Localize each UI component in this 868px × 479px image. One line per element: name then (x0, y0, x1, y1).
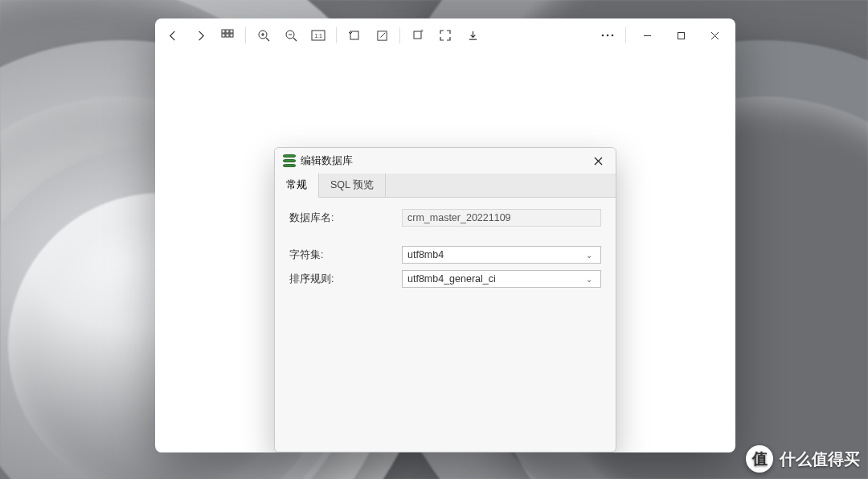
rotate-button[interactable] (342, 23, 367, 48)
viewer-toolbar: 1:1 + (155, 18, 735, 52)
watermark: 值 什么值得买 (746, 445, 860, 473)
download-button[interactable] (460, 23, 485, 48)
svg-rect-3 (222, 34, 225, 37)
db-name-input[interactable] (402, 209, 601, 227)
edit-button[interactable] (369, 23, 395, 48)
svg-rect-17 (678, 32, 684, 39)
collation-combo[interactable]: utf8mb4_general_ci ⌄ (402, 270, 601, 288)
database-icon (283, 154, 296, 167)
dialog-body: 数据库名: 字符集: utf8mb4 ⌄ 排序规则: utf8mb4_gener… (275, 198, 616, 305)
dialog-close-button[interactable] (587, 151, 609, 170)
charset-label: 字符集: (289, 248, 394, 262)
separator (336, 27, 337, 43)
actual-size-button[interactable]: 1:1 (305, 23, 331, 48)
back-button[interactable] (160, 23, 186, 48)
svg-rect-0 (222, 30, 225, 33)
separator (625, 27, 626, 43)
maximize-button[interactable] (665, 23, 697, 48)
zoom-in-button[interactable] (251, 23, 276, 48)
svg-rect-5 (230, 34, 233, 37)
watermark-text: 什么值得买 (780, 448, 860, 470)
tab-sql-preview[interactable]: SQL 预览 (319, 174, 386, 197)
crop-button[interactable]: + (405, 23, 431, 48)
close-button[interactable] (698, 23, 731, 48)
separator (399, 27, 400, 43)
dialog-title: 编辑数据库 (301, 154, 587, 168)
zoom-out-button[interactable] (278, 23, 304, 48)
chevron-down-icon: ⌄ (583, 275, 596, 284)
edit-database-dialog: 编辑数据库 常规 SQL 预览 数据库名: 字符集: utf8mb4 ⌄ 排序规… (274, 147, 616, 452)
svg-rect-1 (226, 30, 229, 33)
tab-general[interactable]: 常规 (275, 174, 319, 198)
watermark-badge: 值 (746, 445, 773, 473)
image-viewer-window: 1:1 + 编辑数据库 常规 SQL 预览 数据库名: (155, 18, 735, 452)
separator (245, 27, 246, 43)
svg-text:1:1: 1:1 (314, 33, 322, 39)
fullscreen-button[interactable] (432, 23, 458, 48)
gallery-button[interactable] (215, 23, 240, 48)
forward-button[interactable] (187, 23, 213, 48)
chevron-down-icon: ⌄ (583, 251, 596, 260)
collation-value: utf8mb4_general_ci (407, 273, 496, 285)
db-name-label: 数据库名: (289, 211, 394, 225)
minimize-button[interactable] (631, 23, 663, 48)
svg-point-14 (602, 35, 604, 37)
svg-text:+: + (420, 29, 424, 34)
charset-value: utf8mb4 (407, 249, 444, 260)
more-button[interactable] (595, 23, 620, 48)
collation-label: 排序规则: (289, 272, 394, 286)
svg-rect-2 (230, 30, 233, 33)
dialog-titlebar: 编辑数据库 (275, 148, 616, 174)
svg-point-15 (607, 35, 609, 37)
dialog-tabs: 常规 SQL 预览 (275, 174, 616, 198)
svg-rect-4 (226, 34, 229, 37)
svg-point-16 (612, 35, 614, 37)
charset-combo[interactable]: utf8mb4 ⌄ (402, 246, 601, 264)
